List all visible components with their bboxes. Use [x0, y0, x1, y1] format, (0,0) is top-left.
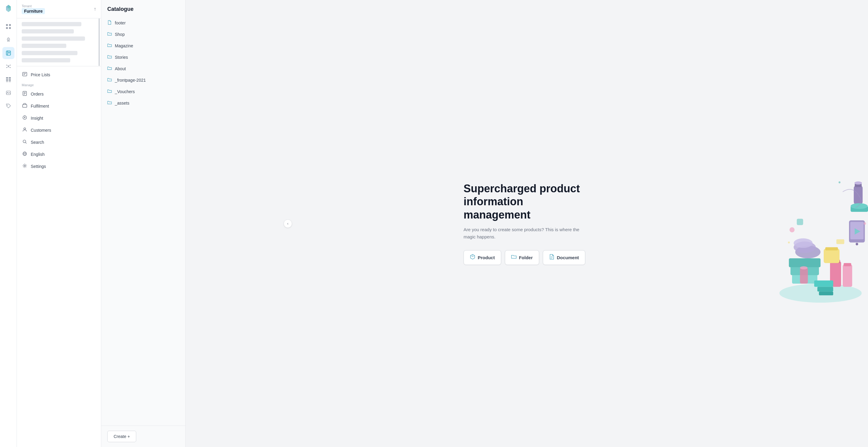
catalogue-item-vouchers[interactable]: _Vouchers [101, 86, 185, 97]
document-icon [549, 254, 555, 261]
english-icon [22, 151, 28, 157]
folder-icon [107, 32, 112, 37]
svg-point-74 [789, 227, 795, 232]
nav-item-price-lists[interactable]: Price Lists [17, 69, 101, 81]
svg-rect-18 [6, 77, 8, 79]
tenant-header: Tenant Furniture ↑ [17, 0, 101, 19]
catalogue-item-magazine-label: Magazine [115, 43, 133, 48]
svg-point-69 [850, 203, 868, 209]
svg-rect-1 [9, 24, 11, 26]
svg-point-36 [24, 117, 25, 118]
svg-rect-52 [830, 262, 841, 287]
svg-point-54 [831, 258, 840, 262]
catalogue-item-stories[interactable]: Stories [101, 52, 185, 63]
dashboard-icon[interactable] [2, 21, 14, 33]
catalogue-item-frontpage[interactable]: _frontpage-2021 [101, 74, 185, 86]
hero-subtitle: Are you ready to create some products? T… [464, 226, 590, 241]
skeleton-bar [22, 29, 74, 33]
nav-item-search-label: Search [31, 140, 44, 145]
nav-section-label: Manage [17, 81, 101, 88]
nav-item-orders[interactable]: Orders [17, 88, 101, 100]
catalogue-item-footer-label: footer [115, 21, 126, 25]
tenant-up-icon[interactable]: ↑ [94, 6, 96, 12]
svg-point-61 [794, 238, 812, 248]
nav-section: Price Lists Manage Orders Fulfilment Ins… [17, 66, 101, 447]
svg-rect-51 [789, 258, 821, 267]
fulfilment-icon [22, 103, 28, 109]
document-button[interactable]: Document [543, 250, 585, 265]
rocket-icon[interactable] [2, 34, 14, 46]
catalogue-item-assets[interactable]: _assets [101, 97, 185, 109]
settings-icon [22, 163, 28, 170]
nav-item-settings[interactable]: Settings [17, 160, 101, 172]
nav-item-customers[interactable]: Customers [17, 124, 101, 136]
nav-item-insight[interactable]: Insight [17, 112, 101, 124]
tag-icon[interactable] [2, 100, 14, 112]
catalogue-panel: Catalogue footer Shop Magazi [101, 0, 186, 447]
svg-point-60 [794, 241, 816, 253]
create-button[interactable]: Create + [107, 431, 136, 442]
folder-icon [511, 254, 517, 261]
tenant-label: Tenant [22, 4, 45, 8]
book-icon[interactable] [2, 47, 14, 59]
svg-rect-2 [6, 27, 8, 29]
price-lists-icon [22, 72, 28, 78]
image-icon[interactable] [2, 87, 14, 99]
svg-rect-49 [792, 274, 817, 284]
folder-button[interactable]: Folder [505, 250, 539, 265]
catalogue-item-magazine[interactable]: Magazine [101, 40, 185, 52]
nav-item-customers-label: Customers [31, 128, 51, 132]
folder-icon [107, 89, 112, 94]
svg-marker-73 [855, 228, 861, 235]
insight-icon [22, 115, 28, 121]
catalogue-wrapper: Catalogue footer Shop Magazi [101, 0, 186, 447]
catalogue-item-about[interactable]: About [101, 63, 185, 74]
catalogue-item-stories-label: Stories [115, 55, 128, 60]
svg-point-4 [8, 39, 9, 40]
document-button-label: Document [557, 255, 579, 260]
svg-rect-57 [824, 249, 840, 263]
nav-item-fulfilment[interactable]: Fulfilment [17, 100, 101, 112]
catalogue-title: Catalogue [101, 0, 185, 16]
svg-point-39 [23, 140, 26, 143]
svg-rect-70 [849, 220, 865, 243]
catalogue-items: footer Shop Magazine Stori [101, 16, 185, 426]
folder-icon [107, 43, 112, 49]
catalogue-item-footer[interactable]: footer [101, 17, 185, 29]
svg-rect-50 [790, 266, 819, 275]
svg-point-26 [7, 105, 8, 106]
nodes-icon[interactable] [2, 60, 14, 72]
svg-rect-19 [9, 77, 11, 79]
skeleton-bar [22, 44, 66, 48]
nav-item-insight-label: Insight [31, 116, 43, 121]
hero-section: Supercharged product information managem… [452, 170, 602, 277]
illustration [741, 0, 868, 447]
nav-item-fulfilment-label: Fulfilment [31, 104, 49, 109]
catalogue-footer: Create + [101, 426, 185, 447]
left-panel: Tenant Furniture ↑ Price Lists Manage Or… [17, 0, 101, 447]
svg-rect-23 [9, 81, 11, 82]
nav-item-search[interactable]: Search [17, 136, 101, 148]
svg-rect-0 [6, 24, 8, 26]
catalogue-item-about-label: About [115, 66, 126, 71]
product-button[interactable]: Product [464, 250, 501, 265]
svg-rect-66 [855, 183, 862, 187]
collapse-toggle[interactable]: ‹ [284, 219, 292, 228]
svg-rect-27 [23, 72, 27, 76]
svg-rect-20 [6, 79, 8, 81]
svg-rect-56 [844, 263, 851, 266]
nav-item-english[interactable]: English [17, 148, 101, 160]
svg-rect-63 [817, 287, 833, 292]
grid-icon[interactable] [2, 73, 14, 86]
svg-rect-53 [831, 260, 840, 263]
nav-item-orders-label: Orders [31, 92, 44, 96]
customers-icon [22, 127, 28, 133]
svg-rect-22 [6, 81, 8, 82]
svg-point-44 [24, 165, 26, 167]
folder-icon [107, 78, 112, 83]
icon-rail [0, 0, 17, 447]
catalogue-item-vouchers-label: _Vouchers [115, 89, 135, 94]
catalogue-item-shop[interactable]: Shop [101, 29, 185, 40]
folder-icon [107, 100, 112, 106]
skeleton-list [17, 19, 101, 66]
